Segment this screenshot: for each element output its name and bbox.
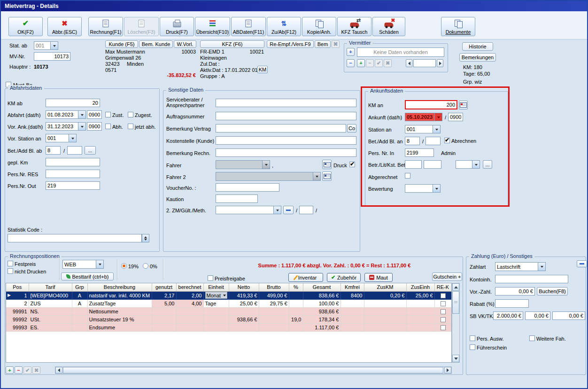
uebersicht-button[interactable]: Übersicht(F10) bbox=[195, 17, 230, 36]
bemerkungen-button[interactable]: Bemerkungen bbox=[459, 53, 496, 62]
bewertung-select[interactable] bbox=[405, 184, 441, 193]
rek-checkbox[interactable] bbox=[441, 309, 446, 314]
abgerechnet-checkbox[interactable] bbox=[405, 173, 410, 179]
pers-ausw-checkbox[interactable] bbox=[470, 335, 475, 341]
zahlung-minus-button[interactable] bbox=[577, 260, 587, 267]
row-remove-button[interactable]: − bbox=[15, 366, 23, 374]
vermittler-next-button[interactable] bbox=[437, 59, 443, 67]
zubehoer-button[interactable]: ✔Zubehör bbox=[327, 273, 361, 282]
wvorl-button[interactable]: W.Vorl. bbox=[174, 40, 196, 48]
bemerkung-rechn-input[interactable] bbox=[216, 148, 356, 157]
rek-checkbox[interactable] bbox=[441, 317, 446, 322]
vermittler-remove-button[interactable]: − bbox=[347, 59, 355, 67]
scroll-down-button[interactable] bbox=[452, 355, 459, 362]
table-row[interactable]: ▶1 [WEB]PMO4000 A natstarif var. inkl. 4… bbox=[6, 291, 451, 299]
inventar-button[interactable]: Inventar bbox=[288, 273, 323, 282]
chevron-down-icon[interactable] bbox=[78, 123, 85, 130]
rek-checkbox[interactable] bbox=[441, 293, 446, 298]
vermittler-new-button[interactable]: + bbox=[357, 59, 365, 67]
vor-station-select[interactable]: 001 bbox=[46, 134, 77, 142]
chevron-down-icon[interactable] bbox=[50, 42, 58, 49]
co-button[interactable]: Co bbox=[347, 124, 356, 132]
kaution-input[interactable] bbox=[216, 194, 258, 203]
bem-button[interactable]: Bem bbox=[315, 40, 331, 48]
scroll-left-button[interactable] bbox=[55, 367, 62, 373]
rechnung-button[interactable]: Rechnung(F1) bbox=[88, 17, 123, 36]
km-button[interactable]: KM bbox=[257, 66, 268, 73]
bet-add-ab-more-button[interactable]: ... bbox=[85, 146, 96, 155]
kostenstelle-input[interactable] bbox=[216, 136, 356, 145]
bem-kunde-button[interactable]: Bem. Kunde bbox=[139, 40, 173, 48]
zust-checkbox[interactable] bbox=[105, 112, 111, 117]
sb-input2[interactable] bbox=[525, 311, 550, 320]
abfahrt-date-select[interactable]: 01.08.2023 bbox=[46, 110, 86, 119]
historie-button[interactable]: Historie bbox=[462, 42, 493, 51]
vermittler-nav-field[interactable] bbox=[413, 59, 436, 67]
gutschein-button[interactable]: Gutschein + bbox=[432, 272, 462, 281]
kfz-button[interactable]: KFZ (F6) bbox=[200, 40, 264, 48]
zm-select[interactable] bbox=[216, 206, 281, 214]
schaeden-button[interactable]: ✖ Schäden bbox=[372, 17, 405, 36]
chevron-down-icon[interactable] bbox=[538, 263, 545, 271]
vermittler-add-button[interactable]: + bbox=[347, 48, 355, 56]
table-row[interactable]: 99992 USt. Umsatzsteuer 19 % 938,66 € 19… bbox=[6, 315, 451, 323]
zm-dash-button[interactable] bbox=[283, 206, 294, 214]
statistik-code-input[interactable] bbox=[8, 234, 142, 242]
gepl-km-input[interactable] bbox=[46, 158, 100, 166]
bet-add-ab-input2[interactable] bbox=[67, 146, 82, 155]
voucher-input[interactable] bbox=[216, 183, 279, 192]
rabatt-input[interactable] bbox=[495, 299, 529, 308]
abfahrt-time-input[interactable] bbox=[87, 110, 102, 119]
vor-zahl-input[interactable] bbox=[495, 287, 535, 296]
besttarif-button[interactable]: Besttarif (ctrl+b) bbox=[61, 272, 114, 280]
zm-input2[interactable] bbox=[299, 206, 313, 214]
km-ab-input[interactable] bbox=[46, 99, 100, 107]
station-an-select[interactable]: 001 bbox=[405, 125, 441, 133]
chevron-down-icon[interactable] bbox=[273, 206, 281, 214]
table-row[interactable]: 99993 ES. Endsumme 1.117,00 € bbox=[6, 323, 451, 331]
fahrer2-card-button[interactable] bbox=[322, 171, 332, 181]
abrechnen-checkbox[interactable] bbox=[444, 138, 450, 143]
druck-button[interactable]: Druck(F7) bbox=[160, 17, 194, 36]
fuehrerschein-checkbox[interactable] bbox=[470, 344, 475, 350]
chevron-down-icon[interactable] bbox=[434, 113, 442, 121]
persnr-out-input[interactable] bbox=[46, 181, 100, 190]
dokumente-button[interactable]: Dokumente bbox=[441, 17, 475, 36]
ok-button[interactable]: ✔ OK(F2) bbox=[8, 17, 43, 36]
einheit-select[interactable]: Monat bbox=[205, 292, 227, 299]
table-row[interactable]: 2 ZUS A ZusatzTage 5,00 4,00 Tage 25,00 … bbox=[6, 299, 451, 307]
abh-checkbox[interactable] bbox=[105, 124, 111, 129]
festpreis-checkbox[interactable] bbox=[8, 261, 13, 266]
sb-input3[interactable] bbox=[552, 311, 585, 320]
betr-input2[interactable] bbox=[424, 160, 441, 169]
vermittler-prev-button[interactable] bbox=[406, 59, 412, 67]
persnr-res-input[interactable] bbox=[46, 170, 100, 178]
vor-ank-time-input[interactable] bbox=[87, 122, 102, 131]
table-row[interactable]: 99991 NS. Nettosumme 938,66 € bbox=[6, 307, 451, 315]
kopie-anh-button[interactable]: Kopie/Anh. bbox=[302, 17, 336, 36]
chevron-down-icon[interactable] bbox=[433, 185, 440, 192]
abdaten-button[interactable]: ABDaten(F11) bbox=[231, 17, 266, 36]
zahlart-select[interactable]: Lastschrift bbox=[495, 262, 546, 271]
scroll-right-button[interactable] bbox=[444, 367, 451, 373]
kontoinh-input[interactable] bbox=[495, 275, 568, 283]
re-empf-button[interactable]: Re-Empf./Vers.F9 bbox=[267, 40, 314, 48]
chevron-down-icon[interactable] bbox=[472, 161, 480, 168]
zuab-button[interactable]: ⇅ Zu/Ab(F12) bbox=[267, 17, 301, 36]
ankunft-time-input[interactable] bbox=[448, 113, 463, 121]
maut-button[interactable]: Maut bbox=[364, 273, 393, 282]
fahrer-card-button[interactable] bbox=[322, 160, 332, 169]
ankunft-date-select[interactable]: 05.10.2023 bbox=[405, 113, 442, 121]
vat0-radio[interactable] bbox=[143, 263, 148, 269]
chevron-down-icon[interactable] bbox=[433, 125, 440, 133]
kfz-tausch-button[interactable]: ⇄ KFZ Tausch bbox=[337, 17, 371, 36]
rek-checkbox[interactable] bbox=[441, 325, 446, 330]
abort-button[interactable]: ✖ Abbr.(ESC) bbox=[47, 17, 82, 36]
zugest-checkbox[interactable] bbox=[128, 112, 133, 117]
betr-more-button[interactable]: ... bbox=[483, 160, 492, 169]
bemerkung-vertrag-input[interactable] bbox=[216, 124, 346, 132]
chevron-down-icon[interactable] bbox=[78, 111, 85, 118]
vat19-radio[interactable] bbox=[121, 263, 127, 269]
km-transfer-button[interactable] bbox=[459, 101, 468, 109]
rek-checkbox[interactable] bbox=[441, 301, 446, 306]
